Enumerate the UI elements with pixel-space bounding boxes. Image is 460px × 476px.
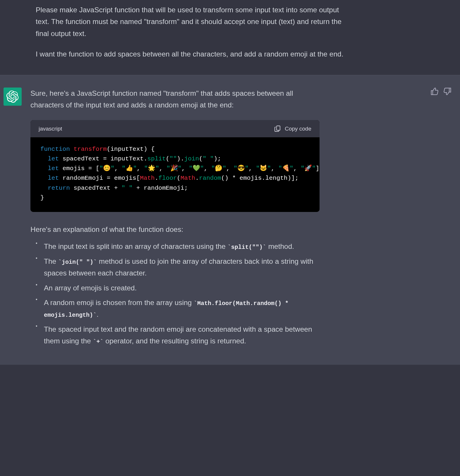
user-paragraph-1: Please make JavaScript function that wil… xyxy=(36,4,352,40)
avatar-column xyxy=(4,88,22,350)
list-item: A random emoji is chosen from the array … xyxy=(36,297,320,321)
explanation-intro: Here's an explanation of what the functi… xyxy=(30,224,320,235)
assistant-message-block: Sure, here's a JavaScript function named… xyxy=(0,75,460,365)
copy-code-label: Copy code xyxy=(285,124,311,133)
assistant-message-column: Sure, here's a JavaScript function named… xyxy=(30,88,320,350)
user-message-block: Please make JavaScript function that wil… xyxy=(0,0,460,75)
list-item: The input text is split into an array of… xyxy=(36,241,320,252)
list-item: The spaced input text and the random emo… xyxy=(36,323,320,347)
assistant-content-row: Sure, here's a JavaScript function named… xyxy=(4,88,320,350)
assistant-intro: Sure, here's a JavaScript function named… xyxy=(30,88,320,111)
thumbs-down-button[interactable] xyxy=(443,87,452,96)
feedback-actions xyxy=(430,87,452,96)
inline-code: `split("")` xyxy=(228,244,266,251)
user-message-text: Please make JavaScript function that wil… xyxy=(36,4,352,60)
user-content-row: Please make JavaScript function that wil… xyxy=(36,4,352,60)
svg-rect-0 xyxy=(277,126,280,130)
explanation-list: The input text is split into an array of… xyxy=(30,241,320,347)
copy-code-button[interactable]: Copy code xyxy=(274,124,311,133)
assistant-avatar xyxy=(4,88,22,106)
code-block: javascript Copy code function transform(… xyxy=(30,120,320,212)
code-language-label: javascript xyxy=(39,124,62,133)
user-paragraph-2: I want the function to add spaces betwee… xyxy=(36,48,352,60)
code-body[interactable]: function transform(inputText) { let spac… xyxy=(30,137,320,212)
inline-code: `join(" ")` xyxy=(58,259,97,266)
clipboard-icon xyxy=(274,125,281,132)
thumbs-up-button[interactable] xyxy=(430,87,439,96)
openai-logo-icon xyxy=(6,90,19,103)
inline-code: `+` xyxy=(93,338,104,345)
list-item: An array of emojis is created. xyxy=(36,282,320,294)
thumbs-down-icon xyxy=(443,87,452,96)
list-item: The `join(" ")` method is used to join t… xyxy=(36,256,320,279)
code-header: javascript Copy code xyxy=(30,120,320,137)
thumbs-up-icon xyxy=(430,87,439,96)
